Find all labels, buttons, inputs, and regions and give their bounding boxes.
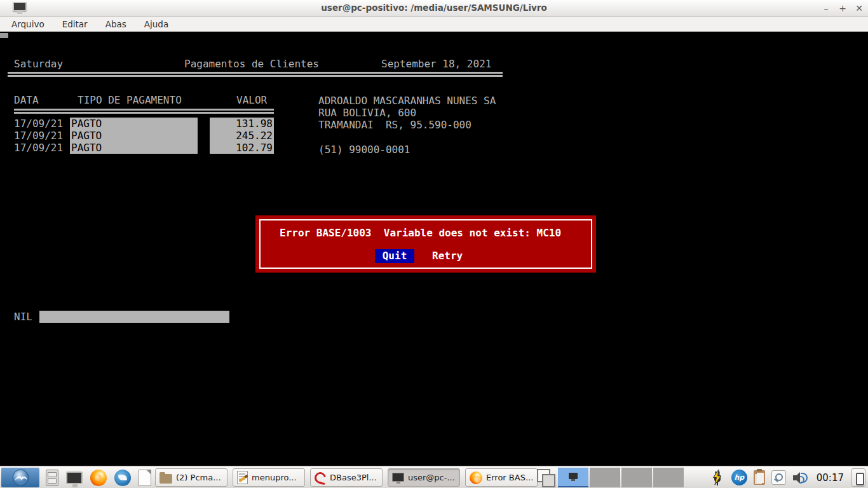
terminal-artifact-block: [0, 33, 8, 38]
window-list-icon[interactable]: [537, 469, 553, 485]
folder-icon: [159, 474, 172, 484]
date-label: September 18, 2021: [381, 58, 491, 70]
show-desktop-button[interactable]: [851, 468, 865, 487]
app-title: Pagamentos de Clientes: [184, 58, 319, 70]
desktop: user@pc-positivo: /media/user/SAMSUNG/Li…: [0, 0, 868, 488]
row-tipo-cell: PAGTO: [70, 130, 198, 142]
row-date: 17/09/21: [14, 142, 63, 154]
error-dialog: Error BASE/1003 Variable does not exist:…: [255, 215, 596, 273]
input-field-highlight[interactable]: [39, 311, 229, 323]
customer-address: RUA BOLIVIA, 600: [318, 107, 416, 119]
text-editor-icon: [237, 471, 248, 484]
clipboard-icon[interactable]: [754, 470, 765, 485]
system-tray: hp 00:17: [710, 466, 865, 488]
customer-phone: (51) 99000-0001: [318, 144, 410, 156]
firefox-icon: [470, 471, 482, 484]
taskbar-window-terminal[interactable]: user@pc-...: [388, 468, 460, 487]
row-valor-cell: 131.98: [210, 118, 274, 130]
workspace-3[interactable]: [621, 468, 652, 487]
col-header-valor: VALOR: [236, 94, 267, 106]
dbase-icon: [312, 470, 328, 485]
taskbar-window-pcmanfm[interactable]: (2) Pcma...: [155, 468, 227, 487]
nil-label: NIL: [14, 311, 32, 323]
row-valor-cell: 245.22: [210, 130, 274, 142]
error-message: Error BASE/1003 Variable does not exist:…: [280, 227, 561, 239]
distro-logo-icon: [12, 469, 29, 486]
window-titlebar[interactable]: user@pc-positivo: /media/user/SAMSUNG/Li…: [0, 0, 868, 17]
menu-abas[interactable]: Abas: [99, 18, 133, 30]
firefox-icon[interactable]: [90, 470, 107, 486]
thunderbird-icon[interactable]: [114, 470, 131, 486]
start-menu-button[interactable]: [1, 468, 39, 487]
row-tipo-cell: PAGTO: [70, 142, 198, 154]
menu-ajuda[interactable]: Ajuda: [138, 18, 175, 30]
quick-launchers: [46, 466, 151, 488]
window-title: user@pc-positivo: /media/user/SAMSUNG/Li…: [0, 3, 868, 13]
maximize-button[interactable]: +: [837, 3, 848, 14]
row-date: 17/09/21: [14, 130, 63, 142]
col-header-tipo: TIPO DE PAGAMENTO: [78, 94, 182, 106]
clock: 00:17: [815, 472, 845, 484]
menu-editar[interactable]: Editar: [56, 18, 94, 30]
workspace-2[interactable]: [590, 468, 620, 487]
workspace-switcher: [558, 468, 684, 487]
libreoffice-icon[interactable]: [139, 470, 151, 486]
menubar: Arquivo Editar Abas Ajuda: [0, 17, 868, 32]
terminal-launcher-icon[interactable]: [66, 471, 83, 484]
weekday-label: Saturday: [14, 58, 63, 70]
volume-icon[interactable]: [792, 471, 809, 485]
close-button[interactable]: ✕: [854, 3, 864, 14]
taskbar-window-errorbase[interactable]: Error BAS...: [465, 468, 538, 487]
row-date: 17/09/21: [14, 118, 63, 130]
header-double-rule: [8, 72, 503, 77]
screenshot-icon[interactable]: [771, 470, 786, 485]
minimize-button[interactable]: –: [821, 3, 831, 14]
quit-button[interactable]: Quit: [375, 249, 414, 263]
power-manager-icon[interactable]: [710, 469, 725, 487]
customer-name: ADROALDO MASCARANHAS NUNES SA: [318, 95, 496, 107]
workspace-4[interactable]: [653, 468, 684, 487]
taskbar-window-menupro[interactable]: menupro...: [233, 468, 305, 487]
hp-tray-icon[interactable]: hp: [731, 470, 747, 485]
table-double-rule: [14, 109, 274, 114]
mini-window-icon: [569, 473, 578, 479]
workspace-1[interactable]: [558, 468, 588, 487]
col-header-data: DATA: [14, 94, 39, 106]
terminal-screen[interactable]: Saturday Pagamentos de Clientes Septembe…: [0, 32, 868, 466]
retry-button[interactable]: Retry: [432, 249, 463, 263]
customer-city: TRAMANDAI RS, 95.590-000: [318, 119, 471, 131]
taskbar-window-dbase[interactable]: DBase3Pl...: [310, 468, 383, 487]
terminal-icon: [392, 473, 404, 482]
row-valor-cell: 102.79: [210, 142, 274, 154]
row-tipo-cell: PAGTO: [70, 118, 198, 130]
taskbar: (2) Pcma... menupro... DBase3Pl... user@…: [0, 466, 868, 488]
menu-arquivo[interactable]: Arquivo: [5, 18, 51, 30]
file-manager-icon[interactable]: [46, 470, 58, 486]
